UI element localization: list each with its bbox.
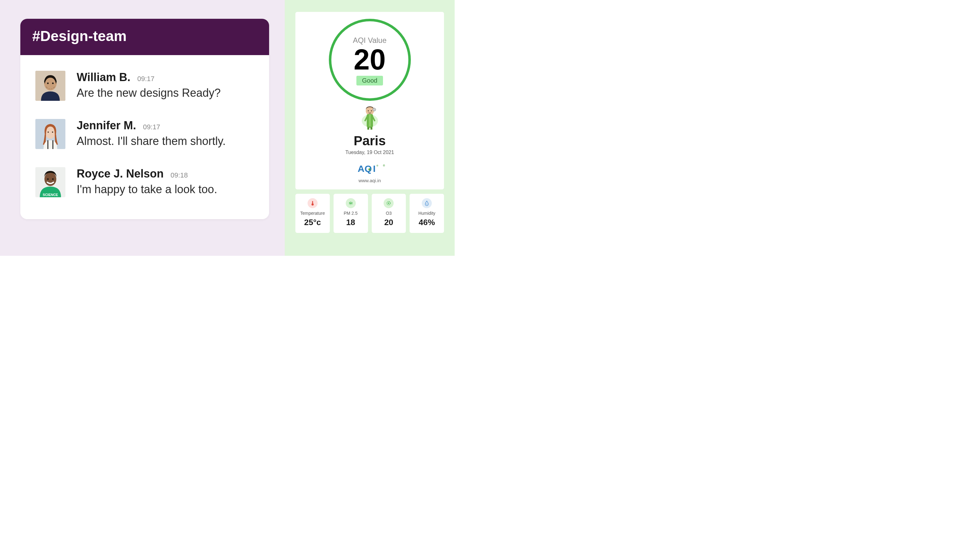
message-time: 09:18	[170, 171, 188, 179]
metric-value: 46%	[418, 218, 435, 227]
humidity-icon: %	[422, 198, 432, 208]
svg-point-23	[368, 169, 371, 170]
svg-point-10	[47, 178, 49, 180]
svg-text:I: I	[373, 163, 375, 174]
message-author: Jennifer M.	[77, 119, 136, 132]
svg-rect-18	[369, 115, 371, 126]
message-time: 09:17	[143, 123, 160, 131]
svg-point-3	[52, 83, 54, 84]
avatar[interactable]	[35, 71, 65, 101]
ozone-icon	[383, 198, 394, 208]
mascot-icon	[360, 105, 379, 130]
metric-temperature: Temperature 25°c	[295, 194, 330, 233]
message-content: Royce J. Nelson 09:18 I'm happy to take …	[77, 167, 254, 197]
svg-point-15	[373, 108, 376, 111]
metric-label: PM 2.5	[344, 211, 357, 216]
svg-point-34	[350, 204, 351, 205]
thermometer-icon	[307, 198, 318, 208]
svg-text:A: A	[358, 163, 364, 174]
metric-label: Temperature	[301, 211, 325, 216]
metric-o3: O3 20	[372, 194, 406, 233]
brand-url[interactable]: www.aqi.in	[359, 178, 381, 183]
chat-panel: #Design-team William B.	[0, 0, 285, 256]
svg-text:®: ®	[376, 164, 378, 167]
avatar[interactable]: SCIENCE	[35, 167, 65, 197]
svg-point-6	[48, 132, 49, 133]
metric-value: 18	[346, 218, 355, 227]
message-author: Royce J. Nelson	[77, 167, 164, 180]
svg-text:SCIENCE: SCIENCE	[43, 193, 58, 197]
svg-point-32	[352, 204, 352, 204]
chat-message: SCIENCE Royce J. Nelson 09:18 I'm happy …	[35, 167, 254, 197]
svg-point-27	[311, 204, 313, 206]
city-name: Paris	[353, 133, 386, 148]
message-author: William B.	[77, 71, 130, 84]
metric-label: O3	[386, 211, 392, 216]
brand: A Q I ® www.aqi.in	[358, 163, 382, 183]
aqi-value: 20	[353, 47, 385, 73]
date-text: Tuesday, 19 Oct 2021	[345, 150, 394, 155]
brand-logo: A Q I ®	[358, 163, 382, 177]
message-text: Are the new designs Ready?	[77, 86, 254, 100]
chat-body: William B. 09:17 Are the new designs Rea…	[20, 55, 269, 219]
aqi-ring: AQI Value 20 Good	[329, 19, 411, 101]
metrics-row: Temperature 25°c PM 2.5 18	[295, 194, 444, 233]
channel-title: #Design-team	[20, 19, 269, 55]
message-time: 09:17	[137, 75, 154, 83]
svg-text:Q: Q	[364, 163, 372, 174]
message-text: I'm happy to take a look too.	[77, 183, 254, 196]
message-text: Almost. I'll share them shortly.	[77, 135, 254, 148]
message-content: William B. 09:17 Are the new designs Rea…	[77, 71, 254, 101]
aqi-card: AQI Value 20 Good Paris Tuesday, 1	[295, 12, 444, 190]
chat-card: #Design-team William B.	[20, 19, 269, 219]
chat-message: Jennifer M. 09:17 Almost. I'll share the…	[35, 119, 254, 149]
svg-point-33	[350, 201, 351, 202]
avatar[interactable]	[35, 119, 65, 149]
svg-point-11	[52, 178, 54, 180]
message-content: Jennifer M. 09:17 Almost. I'll share the…	[77, 119, 254, 149]
chat-message: William B. 09:17 Are the new designs Rea…	[35, 71, 254, 101]
svg-point-7	[52, 132, 53, 133]
aqi-status: Good	[356, 76, 383, 86]
svg-point-36	[388, 202, 389, 204]
aqi-panel: AQI Value 20 Good Paris Tuesday, 1	[285, 0, 455, 256]
svg-point-16	[368, 110, 369, 111]
svg-point-17	[371, 110, 372, 111]
svg-point-30	[352, 202, 352, 203]
metric-label: Humidity	[418, 211, 435, 216]
svg-point-2	[47, 83, 49, 84]
metric-pm25: PM 2.5 18	[334, 194, 368, 233]
svg-rect-19	[368, 127, 369, 130]
metric-value: 20	[384, 218, 393, 227]
svg-point-31	[349, 204, 350, 204]
metric-humidity: % Humidity 46%	[410, 194, 444, 233]
svg-rect-20	[371, 127, 372, 130]
metric-value: 25°c	[304, 218, 321, 227]
svg-point-28	[350, 202, 351, 204]
particles-icon	[346, 198, 356, 208]
svg-point-29	[349, 202, 350, 203]
svg-text:%: %	[426, 203, 428, 205]
